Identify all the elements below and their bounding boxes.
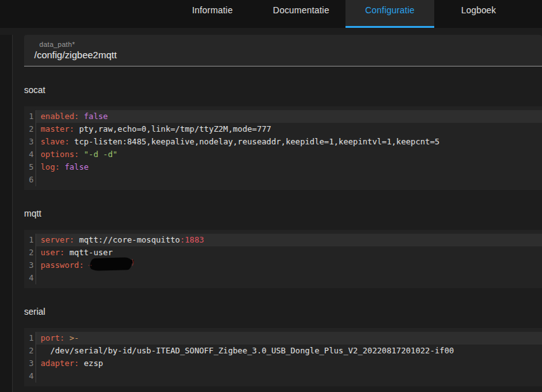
code-line: 1enabled: false [24, 110, 542, 123]
code-token-key: user: [41, 248, 65, 257]
code-token-atom: false [84, 111, 108, 121]
line-number: 6 [24, 174, 36, 186]
code-token-key: enabled: [41, 111, 79, 121]
code-content [36, 370, 542, 383]
line-number: 2 [24, 246, 36, 259]
code-content [36, 272, 542, 284]
code-token-key: slave: [41, 137, 70, 146]
yaml-editor-mqtt[interactable]: 1server: mqtt://core-mosquitto:18832user… [24, 230, 542, 288]
code-line: 6 [24, 174, 542, 186]
code-token-plain: /dev/serial/by-id/usb-ITEAD_SONOFF_Zigbe… [41, 346, 454, 355]
data-path-label: data_path* [24, 41, 542, 48]
code-line: 3adapter: ezsp [24, 357, 542, 370]
line-number: 4 [24, 272, 36, 284]
code-token-plain: mqtt://core-mosquitto [74, 235, 180, 244]
tab-configuratie[interactable]: Configuratie [345, 0, 434, 28]
code-content: port: >- [36, 332, 542, 345]
section-socat: socat 1enabled: false2master: pty,raw,ec… [24, 85, 542, 190]
code-content: options: "-d -d" [36, 148, 542, 161]
line-number: 3 [24, 136, 36, 148]
line-number: 1 [24, 110, 36, 123]
code-line: 5log: false [24, 161, 542, 174]
tab-informatie[interactable]: Informatie [168, 0, 257, 28]
line-number: 4 [24, 148, 36, 161]
code-token-plain [60, 162, 65, 172]
code-token-atom: false [65, 162, 89, 172]
redacted-password-blob [90, 257, 132, 271]
code-content [36, 174, 542, 186]
section-serial: serial 1port: >-2 /dev/serial/by-id/usb-… [24, 307, 542, 386]
section-title-mqtt: mqtt [24, 208, 542, 219]
code-token-plain: ezsp [79, 358, 103, 368]
code-content: enabled: false [36, 110, 542, 123]
section-mqtt: mqtt 1server: mqtt://core-mosquitto:1883… [24, 208, 542, 288]
code-content: log: false [36, 161, 542, 174]
tab-label: Logboek [461, 5, 496, 28]
code-content: adapter: ezsp [36, 357, 542, 370]
data-path-field[interactable]: data_path* /config/zigbee2mqtt [24, 35, 542, 66]
line-number: 3 [24, 259, 36, 272]
tab-bar: Informatie Documentatie Configuratie Log… [0, 0, 542, 28]
code-content: password: [36, 259, 542, 272]
code-content: server: mqtt://core-mosquitto:1883 [36, 234, 542, 246]
code-line: 2 /dev/serial/by-id/usb-ITEAD_SONOFF_Zig… [24, 345, 542, 357]
code-token-plain: pty,raw,echo=0,link=/tmp/ttyZ2M,mode=777 [74, 124, 271, 134]
code-token-key: options: [41, 149, 79, 159]
section-title-serial: serial [24, 307, 542, 317]
line-number: 2 [24, 123, 36, 136]
code-token-key: log: [41, 162, 60, 172]
yaml-editor-socat[interactable]: 1enabled: false2master: pty,raw,echo=0,l… [24, 106, 542, 190]
code-token-key: server: [41, 235, 74, 244]
section-title-socat: socat [24, 85, 542, 96]
code-line: 1server: mqtt://core-mosquitto:1883 [24, 234, 542, 246]
code-token-plain: tcp-listen:8485,keepalive,nodelay,reusea… [70, 137, 440, 146]
line-number: 5 [24, 161, 36, 174]
code-token-num: :1883 [180, 235, 204, 244]
line-number: 1 [24, 234, 36, 246]
code-content: /dev/serial/by-id/usb-ITEAD_SONOFF_Zigbe… [36, 345, 542, 357]
code-line: 2master: pty,raw,echo=0,link=/tmp/ttyZ2M… [24, 123, 542, 136]
left-edge-strip [0, 35, 13, 392]
code-token-key: port: [41, 333, 65, 343]
code-content: slave: tcp-listen:8485,keepalive,nodelay… [36, 136, 542, 148]
tab-logboek[interactable]: Logboek [434, 0, 523, 28]
line-number: 2 [24, 345, 36, 357]
tab-label: Documentatie [273, 5, 330, 28]
code-token-plain [65, 333, 70, 343]
line-number: 1 [24, 332, 36, 345]
code-token-key: password: [41, 260, 84, 270]
code-line: 3slave: tcp-listen:8485,keepalive,nodela… [24, 136, 542, 148]
line-number: 3 [24, 357, 36, 370]
addon-config-panel: data_path* /config/zigbee2mqtt socat 1en… [0, 35, 542, 392]
code-line: 4 [24, 370, 542, 383]
code-content: master: pty,raw,echo=0,link=/tmp/ttyZ2M,… [36, 123, 542, 136]
data-path-value[interactable]: /config/zigbee2mqtt [24, 49, 542, 60]
tab-label: Informatie [192, 5, 233, 28]
code-token-str: "-d -d" [84, 149, 117, 159]
code-line: 4options: "-d -d" [24, 148, 542, 161]
line-number: 4 [24, 370, 36, 383]
code-line: 4 [24, 272, 542, 284]
code-token-plain: mqtt-user [65, 248, 113, 257]
code-token-key: adapter: [41, 358, 79, 368]
tab-label: Configuratie [365, 5, 415, 28]
tab-documentatie[interactable]: Documentatie [257, 0, 345, 28]
code-line: 1port: >- [24, 332, 542, 345]
code-token-key: master: [41, 124, 74, 134]
code-line: 2user: mqtt-user [24, 246, 542, 259]
code-line: 3password: [24, 259, 542, 272]
code-token-meta: >- [70, 333, 79, 343]
yaml-editor-serial[interactable]: 1port: >-2 /dev/serial/by-id/usb-ITEAD_S… [24, 328, 542, 386]
